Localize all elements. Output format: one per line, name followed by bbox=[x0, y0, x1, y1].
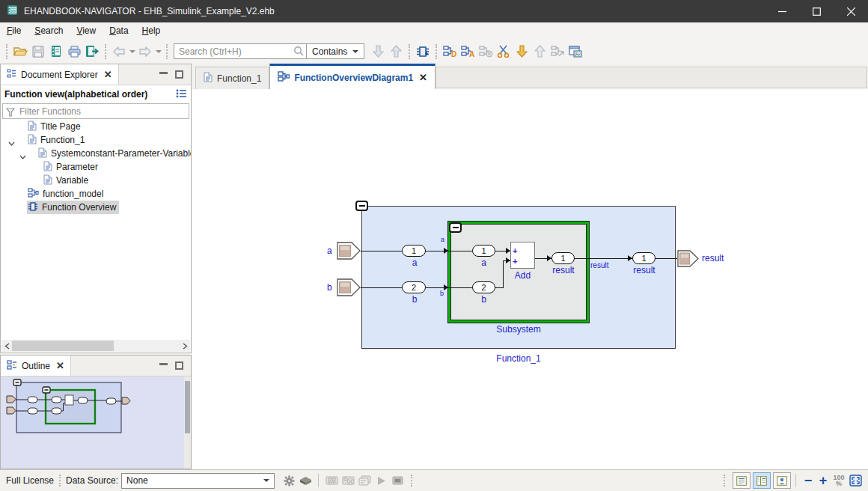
step-out-icon[interactable] bbox=[531, 43, 548, 61]
subsystem-port-a-label: a bbox=[441, 236, 444, 243]
measurement-view-icon[interactable] bbox=[323, 472, 340, 489]
tree-item-function-overview[interactable]: Function Overview bbox=[1, 201, 191, 214]
zoom-out-icon[interactable]: − bbox=[801, 473, 816, 489]
print-icon[interactable] bbox=[65, 43, 83, 61]
collapse-function-icon[interactable] bbox=[355, 201, 368, 211]
input-port-a[interactable] bbox=[337, 242, 361, 260]
tree-item-function-model[interactable]: function_model bbox=[1, 187, 191, 201]
menu-help[interactable]: Help bbox=[135, 24, 168, 37]
contains-dropdown[interactable]: Contains bbox=[307, 43, 364, 59]
minimize-view-icon[interactable] bbox=[159, 362, 168, 365]
data-source-dropdown[interactable]: None bbox=[121, 473, 275, 489]
editor-area: Function_1 FunctionOverviewDiagram1 ✕ Fu… bbox=[192, 64, 868, 469]
settings-gear-icon[interactable] bbox=[281, 472, 297, 489]
save-icon[interactable] bbox=[29, 43, 47, 61]
toolbar-separator bbox=[166, 44, 168, 59]
forward-history-dropdown-icon[interactable] bbox=[154, 43, 162, 61]
back-history-dropdown-icon[interactable] bbox=[128, 43, 136, 61]
outline-vertical-scrollbar[interactable] bbox=[184, 376, 191, 469]
forward-icon[interactable] bbox=[136, 43, 154, 61]
explorer-horizontal-scrollbar[interactable] bbox=[1, 340, 190, 352]
scroll-left-icon[interactable] bbox=[1, 340, 12, 352]
tab-function-overview-diagram[interactable]: FunctionOverviewDiagram1 ✕ bbox=[269, 64, 435, 89]
tree-item-title-page[interactable]: Title Page bbox=[1, 120, 191, 133]
input-port-b[interactable] bbox=[337, 278, 361, 296]
outline-minimap[interactable] bbox=[1, 376, 191, 469]
search-input[interactable] bbox=[174, 43, 307, 59]
document-icon bbox=[38, 147, 47, 160]
document-explorer-icon bbox=[7, 69, 16, 80]
function-overview-icon[interactable] bbox=[414, 43, 432, 61]
maximize-view-icon[interactable] bbox=[175, 362, 183, 370]
statusbar-separator bbox=[318, 474, 319, 487]
tree-item-systemconstant[interactable]: Systemconstant-Parameter-Variable-( bbox=[1, 147, 191, 160]
maximize-view-icon[interactable] bbox=[175, 70, 183, 79]
view-document-icon[interactable] bbox=[733, 472, 751, 489]
close-icon[interactable]: ✕ bbox=[104, 69, 112, 80]
measurement-remove-icon[interactable] bbox=[340, 472, 356, 489]
close-icon[interactable]: ✕ bbox=[419, 72, 427, 83]
close-button[interactable] bbox=[834, 0, 868, 22]
search-previous-icon[interactable] bbox=[387, 43, 405, 61]
view-person-icon[interactable] bbox=[773, 472, 791, 489]
tree-item-function-1[interactable]: Function_1 bbox=[1, 133, 191, 147]
tab-outline[interactable]: Outline ✕ bbox=[1, 356, 71, 376]
add-plus-top: + bbox=[513, 247, 517, 254]
collapse-model-icon[interactable] bbox=[548, 43, 566, 61]
maximize-button[interactable] bbox=[799, 0, 834, 22]
open-in-window-icon[interactable] bbox=[566, 43, 584, 61]
collapse-subsystem-icon[interactable] bbox=[449, 222, 462, 233]
tab-document-explorer[interactable]: Document Explorer ✕ bbox=[1, 64, 119, 85]
scroll-right-icon[interactable] bbox=[180, 340, 190, 352]
tab-function-1[interactable]: Function_1 bbox=[195, 67, 269, 89]
view-split-icon[interactable] bbox=[753, 472, 771, 489]
menu-view[interactable]: View bbox=[70, 24, 103, 37]
view-menu-icon[interactable] bbox=[176, 89, 187, 100]
wire bbox=[503, 260, 504, 288]
zoom-in-icon[interactable]: + bbox=[816, 473, 831, 489]
inport-block-a[interactable]: 1 bbox=[402, 245, 426, 257]
show-annotations-icon[interactable]: A bbox=[459, 43, 477, 61]
scrollbar-thumb[interactable] bbox=[12, 341, 114, 351]
wire bbox=[575, 258, 632, 259]
filter-functions-input[interactable] bbox=[2, 103, 189, 119]
function-block-label: Function_1 bbox=[496, 353, 541, 364]
tree-item-variable[interactable]: Variable bbox=[1, 174, 191, 187]
step-into-icon[interactable] bbox=[513, 43, 531, 61]
open-handbook-icon[interactable] bbox=[47, 43, 65, 61]
inport-block-b[interactable]: 2 bbox=[402, 281, 426, 293]
output-port-result[interactable] bbox=[677, 250, 699, 267]
menu-file[interactable]: File bbox=[0, 24, 28, 37]
export-handbook-icon[interactable] bbox=[83, 43, 101, 61]
subsystem-inport-a[interactable]: 1 bbox=[472, 245, 495, 257]
show-data-icon[interactable]: D bbox=[441, 43, 459, 61]
wire bbox=[426, 251, 472, 251]
outport-block-result[interactable]: 1 bbox=[632, 252, 655, 264]
document-explorer-title: Document Explorer bbox=[21, 70, 98, 80]
play-icon[interactable] bbox=[373, 472, 389, 489]
scrollbar-thumb[interactable] bbox=[185, 381, 190, 433]
subsystem-inport-b[interactable]: 2 bbox=[472, 281, 495, 293]
diagram-canvas[interactable]: Function_1 Subsystem bbox=[192, 89, 868, 469]
toolbar-separator bbox=[435, 44, 437, 59]
subsystem-outport-result[interactable]: 1 bbox=[551, 252, 575, 264]
minimize-button[interactable] bbox=[765, 0, 799, 22]
add-block[interactable]: + + bbox=[510, 242, 535, 269]
chevron-expanded-icon[interactable] bbox=[19, 151, 26, 160]
tree-item-parameter[interactable]: Parameter bbox=[1, 160, 191, 174]
data-container-icon[interactable] bbox=[297, 472, 314, 489]
menu-search[interactable]: Search bbox=[28, 24, 70, 37]
minimize-view-icon[interactable] bbox=[159, 71, 168, 74]
display-icon[interactable] bbox=[389, 472, 406, 489]
close-icon[interactable]: ✕ bbox=[56, 360, 64, 371]
fit-to-screen-icon[interactable] bbox=[847, 472, 864, 489]
open-file-icon[interactable] bbox=[11, 43, 29, 61]
back-icon[interactable] bbox=[110, 43, 128, 61]
toolbar-separator bbox=[105, 44, 106, 59]
search-next-icon[interactable] bbox=[369, 43, 387, 61]
cut-model-icon[interactable] bbox=[495, 43, 513, 61]
menu-data[interactable]: Data bbox=[103, 24, 135, 37]
hide-elements-icon[interactable] bbox=[477, 43, 495, 61]
chevron-expanded-icon[interactable] bbox=[8, 138, 15, 147]
layered-view-icon[interactable] bbox=[356, 472, 373, 489]
